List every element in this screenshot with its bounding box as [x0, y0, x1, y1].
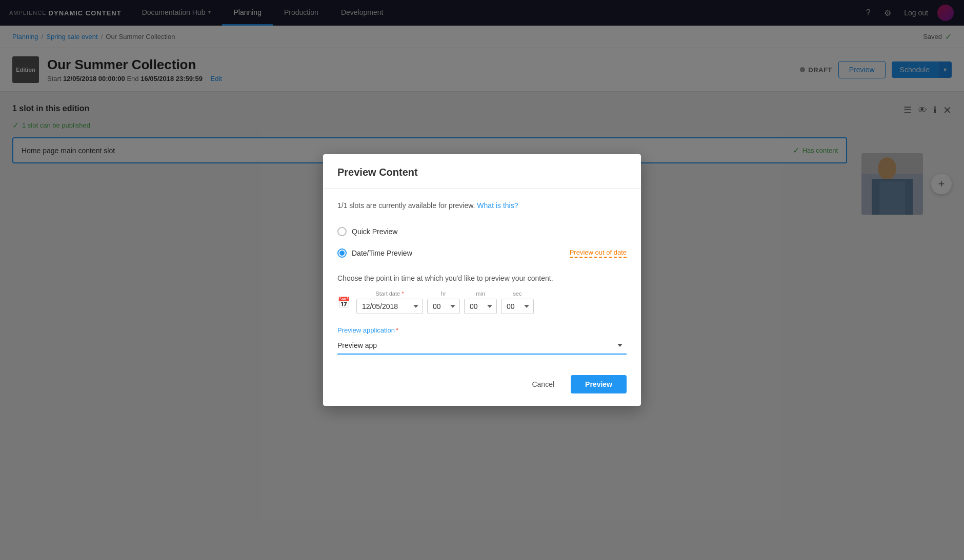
preview-type-radio-group: Quick Preview Date/Time Preview Preview … [337, 221, 627, 227]
modal-title: Preview Content [337, 167, 627, 178]
preview-content-modal: Preview Content 1/1 slots are currently … [323, 154, 641, 227]
slots-info-text: 1/1 slots are currently available for pr… [337, 201, 475, 210]
what-is-this-link[interactable]: What is this? [477, 201, 518, 210]
quick-preview-option[interactable]: Quick Preview [337, 221, 627, 227]
modal-slots-info: 1/1 slots are currently available for pr… [337, 201, 627, 210]
modal-body: 1/1 slots are currently available for pr… [323, 189, 641, 227]
modal-overlay: Preview Content 1/1 slots are currently … [0, 0, 964, 227]
modal-header: Preview Content [323, 154, 641, 189]
